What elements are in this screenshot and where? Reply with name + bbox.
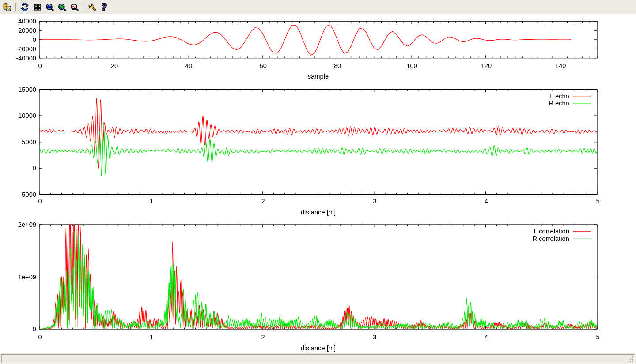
svg-text:0: 0: [33, 165, 36, 172]
svg-text:0: 0: [38, 334, 42, 341]
svg-text:140: 140: [555, 62, 566, 69]
svg-text:-20000: -20000: [16, 45, 36, 53]
svg-text:60: 60: [260, 62, 267, 69]
svg-text:distance [m]: distance [m]: [301, 345, 336, 352]
svg-text:15000: 15000: [18, 86, 36, 93]
svg-text:2: 2: [261, 334, 265, 341]
svg-text:0: 0: [33, 36, 36, 43]
svg-text:-5000: -5000: [19, 191, 36, 198]
svg-text:120: 120: [481, 62, 492, 69]
svg-text:100: 100: [406, 62, 417, 69]
svg-text:1e+09: 1e+09: [18, 274, 36, 281]
svg-text:1: 1: [150, 334, 153, 341]
svg-text:R correlation: R correlation: [533, 235, 569, 242]
svg-text:R echo: R echo: [549, 100, 569, 107]
svg-text:sample: sample: [308, 73, 329, 80]
svg-text:2: 2: [261, 198, 265, 205]
svg-text:0: 0: [38, 198, 42, 205]
svg-text:L correlation: L correlation: [534, 228, 569, 235]
svg-text:0: 0: [38, 62, 42, 69]
svg-text:40: 40: [185, 62, 192, 69]
svg-text:distance [m]: distance [m]: [301, 209, 336, 216]
svg-text:1: 1: [150, 198, 153, 205]
svg-text:5000: 5000: [22, 139, 36, 146]
svg-text:2e+09: 2e+09: [18, 221, 36, 228]
svg-text:5: 5: [596, 334, 599, 341]
svg-text:10000: 10000: [18, 112, 36, 119]
svg-text:4: 4: [485, 334, 488, 341]
svg-text:-40000: -40000: [16, 55, 36, 62]
svg-text:0: 0: [33, 326, 36, 333]
svg-text:20: 20: [111, 62, 118, 69]
svg-text:3: 3: [373, 198, 376, 205]
svg-text:5: 5: [596, 198, 599, 205]
svg-text:4: 4: [485, 198, 488, 205]
svg-text:40000: 40000: [18, 18, 36, 25]
svg-text:L echo: L echo: [550, 93, 569, 100]
svg-text:20000: 20000: [18, 27, 36, 34]
svg-text:3: 3: [373, 334, 376, 341]
svg-text:80: 80: [334, 62, 341, 69]
